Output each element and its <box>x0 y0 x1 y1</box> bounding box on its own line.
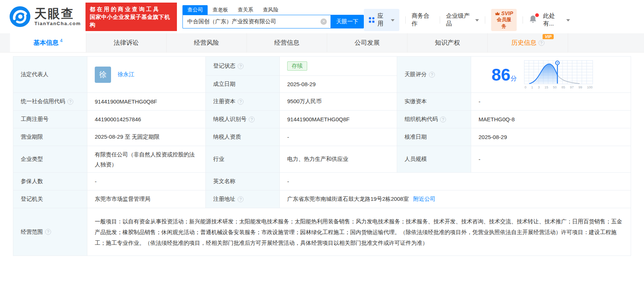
tab-label: 经营风险 <box>194 38 219 47</box>
axis-tick: 99 <box>578 85 582 89</box>
field-value-taxpayer-qual: - <box>280 128 397 146</box>
field-value-taxpayer-id: 91441900MAETHG0Q8F <box>280 111 397 128</box>
field-value-tyc-score[interactable]: 86分 <box>471 57 631 93</box>
field-label-reg-capital: 注册资本 <box>206 93 280 111</box>
help-icon[interactable] <box>440 116 446 122</box>
field-label-reg-address: 注册地址 <box>206 190 280 208</box>
field-value-org-code: MAETHG0Q-8 <box>471 111 631 128</box>
axis-tick: 100 <box>587 85 593 89</box>
search-button[interactable]: 天眼一下 <box>331 15 364 28</box>
vip-badge: VIP <box>543 34 554 39</box>
field-label-establish-date: 成立日期 <box>206 76 280 93</box>
enterprise-products-link[interactable]: 企业级产品 <box>446 12 479 28</box>
search-tab-boss[interactable]: 查老板 <box>208 5 233 15</box>
axis-tick: 97 <box>570 85 574 89</box>
field-label-reg-authority: 登记机关 <box>13 190 87 208</box>
field-label-tyc-score: 天眼评分 <box>397 57 471 93</box>
field-value-business-term: 2025-08-29 至 无固定期限 <box>87 128 206 146</box>
tab-label: 公司发展 <box>355 38 380 47</box>
search-tab-risk[interactable]: 查风险 <box>258 5 283 15</box>
tab-basic-info[interactable]: 基本信息 4 <box>10 33 86 52</box>
field-label-approval-date: 核准日期 <box>397 128 471 146</box>
svip-member-button[interactable]: SVIP 会员服务 <box>491 9 517 31</box>
tianyancha-logo-icon <box>9 6 31 27</box>
enterprise-products-label: 企业级产品 <box>446 12 473 28</box>
brand-logo[interactable]: 天眼查 TianYanCha.com <box>9 6 81 27</box>
business-cooperation-link[interactable]: 商务合作 <box>412 12 434 28</box>
axis-tick: 3 <box>538 85 540 89</box>
score-axis-ticks: 0131550859799100 <box>524 85 593 89</box>
field-value-approval-date: 2025-08-29 <box>471 128 631 146</box>
tab-label: 知识产权 <box>435 38 460 47</box>
search-tab-relation[interactable]: 查关系 <box>233 5 258 15</box>
brand-domain: TianYanCha.com <box>34 21 81 26</box>
search-tab-company[interactable]: 查公司 <box>182 5 208 15</box>
tab-legal-litigation[interactable]: 法律诉讼 <box>86 33 167 52</box>
chevron-down-icon <box>391 19 395 21</box>
top-header: 天眼查 TianYanCha.com 都在用的商业查询工具 国家中小企业发展子基… <box>0 0 644 33</box>
slogan-line2: 国家中小企业发展子基金旗下机构 <box>90 13 173 28</box>
clear-icon[interactable] <box>321 18 327 25</box>
tab-intellectual-property[interactable]: 知识产权 <box>407 33 488 52</box>
crown-icon <box>495 11 500 16</box>
score-unit: 分 <box>510 75 517 82</box>
user-account-menu[interactable]: 此处有... <box>543 12 570 28</box>
field-label-paid-capital: 实缴资本 <box>397 93 471 111</box>
slogan-line1: 都在用的商业查询工具 <box>90 5 173 13</box>
field-label-org-code: 组织机构代码 <box>397 111 471 128</box>
score-distribution-chart: 0131550859799100 <box>524 60 593 89</box>
brand-name: 天眼查 <box>34 7 81 20</box>
divider <box>523 16 523 24</box>
help-icon[interactable] <box>238 63 244 69</box>
axis-tick: 50 <box>553 85 557 89</box>
tab-label: 历史信息 <box>511 38 537 47</box>
help-icon[interactable] <box>429 72 435 78</box>
tab-label: 经营信息 <box>274 38 299 47</box>
help-icon[interactable] <box>249 116 255 122</box>
apps-menu[interactable]: 应用 <box>364 9 399 31</box>
axis-tick: 85 <box>561 85 565 89</box>
field-value-credit-code: 91441900MAETHG0Q8F <box>87 93 206 111</box>
chevron-down-icon <box>475 19 479 21</box>
header-nav: 应用 商务合作 企业级产品 SVIP 会员服务 <box>364 9 570 31</box>
notification-bell-button[interactable] <box>529 15 537 25</box>
field-label-english-name: 英文名称 <box>206 173 280 190</box>
tab-operating-risk[interactable]: 经营风险 <box>167 33 247 52</box>
tab-operating-info[interactable]: 经营信息 <box>247 33 327 52</box>
field-value-reg-address: 广东省东莞市南城街道石鼓大龙路19号2栋2008室 附近公司 <box>280 190 631 208</box>
axis-tick: 0 <box>524 85 526 89</box>
legal-rep-link[interactable]: 徐永江 <box>118 71 134 78</box>
search-tabs: 查公司 查老板 查关系 查风险 <box>182 5 364 15</box>
svip-label: SVIP <box>501 10 513 16</box>
field-value-staff-size: - <box>471 146 631 173</box>
field-label-insured-count: 参保人数 <box>13 173 87 190</box>
help-icon[interactable] <box>45 229 51 235</box>
field-value-legal-rep: 徐 徐永江 <box>87 57 206 93</box>
svip-sublabel: 会员服务 <box>495 16 513 30</box>
divider <box>485 16 485 24</box>
tab-count-badge: 4 <box>60 38 63 43</box>
field-label-reg-number: 工商注册号 <box>13 111 87 128</box>
field-label-industry: 行业 <box>206 146 280 173</box>
field-value-reg-number: 441900014257846 <box>87 111 206 128</box>
field-label-credit-code: 统一社会信用代码 <box>13 93 87 111</box>
help-icon[interactable] <box>539 40 544 46</box>
slogan-banner: 都在用的商业查询工具 国家中小企业发展子基金旗下机构 <box>85 3 177 31</box>
help-icon[interactable] <box>67 99 73 105</box>
username-label: 此处有... <box>543 12 564 28</box>
help-icon[interactable] <box>238 99 244 105</box>
help-icon[interactable] <box>238 196 244 202</box>
legal-rep-avatar[interactable]: 徐 <box>95 67 111 83</box>
field-value-business-scope: 一般项目：以自有资金从事投资活动；新兴能源技术研发；太阳能发电技术服务；太阳能热… <box>87 208 631 256</box>
field-label-legal-rep: 法定代表人 <box>13 57 87 93</box>
tab-history-info[interactable]: 历史信息 VIP <box>488 33 568 52</box>
field-label-company-type: 企业类型 <box>13 146 87 173</box>
divider <box>405 16 406 24</box>
field-label-taxpayer-id: 纳税人识别号 <box>206 111 280 128</box>
tab-label: 基本信息 <box>33 38 58 47</box>
tab-company-development[interactable]: 公司发展 <box>327 33 407 52</box>
search-input[interactable] <box>182 15 331 28</box>
status-badge: 存续 <box>287 61 307 71</box>
divider <box>440 16 440 24</box>
nearby-companies-link[interactable]: 附近公司 <box>413 196 435 203</box>
